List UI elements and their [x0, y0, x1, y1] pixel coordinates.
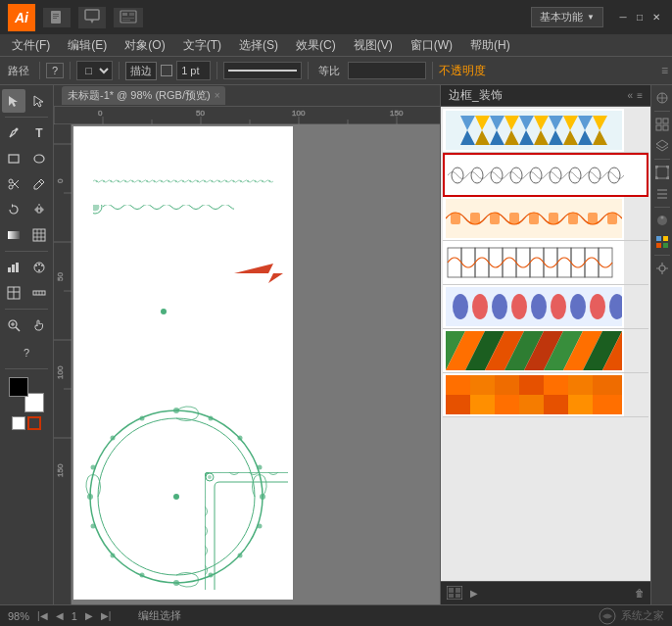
graph-tool[interactable] — [2, 256, 25, 279]
menu-help[interactable]: 帮助(H) — [462, 35, 518, 56]
pencil-tool[interactable] — [27, 172, 51, 196]
svg-point-46 — [111, 180, 112, 181]
menu-window[interactable]: 窗口(W) — [403, 35, 460, 56]
layers-icon[interactable] — [653, 137, 671, 155]
tool-sep3 — [5, 309, 48, 310]
symbol-tool[interactable] — [27, 256, 51, 279]
svg-point-50 — [139, 180, 140, 181]
pen-tool[interactable] — [2, 121, 25, 145]
scissors-tool[interactable] — [2, 172, 25, 196]
canvas-tab-item[interactable]: 未标题-1* @ 98% (RGB/预览) × — [62, 86, 225, 105]
page-start-btn[interactable]: |◀ — [37, 610, 48, 621]
page-next-btn[interactable]: ▶ — [85, 610, 93, 621]
red-arrow — [229, 259, 288, 291]
close-button[interactable]: ✕ — [648, 10, 664, 25]
foreground-color-box[interactable] — [9, 377, 28, 397]
svg-point-217 — [655, 166, 658, 169]
fill-none-indicator[interactable] — [12, 416, 25, 430]
text-tool[interactable]: T — [27, 121, 51, 145]
panel-menu-btn[interactable]: ≡ — [637, 90, 643, 101]
toolbar-options[interactable]: ≡ — [661, 64, 668, 77]
menu-text[interactable]: 文字(T) — [175, 35, 229, 56]
help-question-tool[interactable]: ? — [15, 341, 38, 364]
svg-rect-2 — [53, 16, 59, 17]
grid-icon[interactable] — [653, 116, 671, 133]
svg-rect-199 — [446, 395, 470, 414]
svg-point-88 — [111, 436, 116, 441]
stroke-color-swatch[interactable] — [161, 65, 172, 76]
brush-item-2[interactable] — [443, 153, 648, 197]
shape-selector[interactable]: □ — [76, 61, 113, 80]
transform-icon[interactable] — [653, 164, 671, 181]
menu-select[interactable]: 选择(S) — [231, 35, 286, 56]
svg-rect-149 — [470, 213, 480, 224]
brush-item-7[interactable] — [443, 373, 648, 417]
panel-collapse-btn[interactable]: « — [628, 90, 634, 101]
play-btn[interactable]: ▶ — [468, 586, 480, 601]
svg-point-83 — [140, 573, 145, 578]
ellipse-tool[interactable] — [27, 147, 51, 170]
profile-selector[interactable]: 基本功能 ▼ — [531, 7, 603, 27]
mesh-tool[interactable] — [27, 223, 51, 247]
svg-point-67 — [262, 180, 263, 181]
brush-lib-btn[interactable] — [445, 584, 464, 603]
svg-rect-192 — [446, 375, 470, 395]
page-prev-btn[interactable]: ◀ — [56, 610, 64, 621]
menu-view[interactable]: 视图(V) — [346, 35, 401, 56]
toolbar-sep3 — [119, 62, 120, 79]
brush-item-1[interactable] — [443, 109, 648, 153]
svg-point-89 — [140, 416, 145, 421]
menu-object[interactable]: 对象(O) — [117, 35, 172, 56]
stroke-width-input[interactable] — [176, 61, 211, 80]
align-icon[interactable] — [653, 185, 671, 203]
delete-btn[interactable]: 🗑 — [633, 586, 647, 601]
swatches-icon[interactable] — [653, 233, 671, 251]
svg-point-219 — [655, 176, 658, 179]
brush-item-4[interactable] — [443, 241, 648, 285]
color-guide-icon[interactable] — [653, 89, 671, 107]
canvas-tab-close[interactable]: × — [215, 90, 220, 101]
document-icon — [43, 8, 71, 27]
line-style-selector[interactable] — [223, 62, 302, 79]
rotate-tool[interactable] — [2, 198, 25, 221]
svg-point-13 — [9, 179, 13, 183]
restore-button[interactable]: □ — [632, 10, 648, 25]
svg-rect-8 — [122, 18, 134, 19]
svg-text:150: 150 — [390, 109, 404, 118]
stroke-none-indicator[interactable] — [27, 416, 41, 430]
brush-item-6[interactable] — [443, 329, 648, 373]
svg-rect-195 — [519, 375, 544, 395]
properties-icon[interactable] — [653, 260, 671, 277]
svg-point-175 — [531, 294, 547, 319]
canvas-content[interactable]: 0 50 100 150 0 — [54, 107, 440, 604]
rectangle-tool[interactable] — [2, 147, 25, 170]
main-area: T — [0, 85, 672, 604]
menu-effect[interactable]: 效果(C) — [288, 35, 344, 56]
side-sep3 — [654, 207, 670, 208]
menu-edit[interactable]: 编辑(E) — [60, 35, 115, 56]
direct-selection-tool[interactable] — [27, 89, 51, 113]
opacity-label[interactable]: 不透明度 — [439, 63, 486, 79]
svg-rect-26 — [12, 265, 15, 272]
menu-file[interactable]: 文件(F) — [4, 35, 58, 56]
brush-item-5[interactable] — [443, 285, 648, 329]
minimize-button[interactable]: ─ — [615, 10, 631, 25]
svg-point-63 — [233, 180, 234, 181]
appearance-icon[interactable] — [653, 212, 671, 229]
ruler-tool[interactable] — [27, 281, 51, 305]
slice-tool[interactable] — [2, 281, 25, 305]
page-end-btn[interactable]: ▶| — [101, 610, 112, 621]
gradient-tool[interactable] — [2, 223, 25, 247]
hand-tool[interactable] — [27, 313, 51, 337]
center-dot — [161, 309, 167, 314]
help-button[interactable]: ? — [46, 63, 64, 78]
zoom-tool[interactable] — [2, 313, 25, 337]
brush-item-3[interactable] — [443, 197, 648, 241]
selection-tool[interactable] — [2, 89, 25, 113]
svg-point-61 — [218, 180, 219, 181]
reflect-tool[interactable] — [27, 198, 51, 221]
svg-text:0: 0 — [98, 109, 103, 118]
ratio-input[interactable] — [348, 62, 426, 79]
toolbar-sep1 — [39, 62, 40, 79]
brush-list[interactable] — [441, 107, 650, 581]
